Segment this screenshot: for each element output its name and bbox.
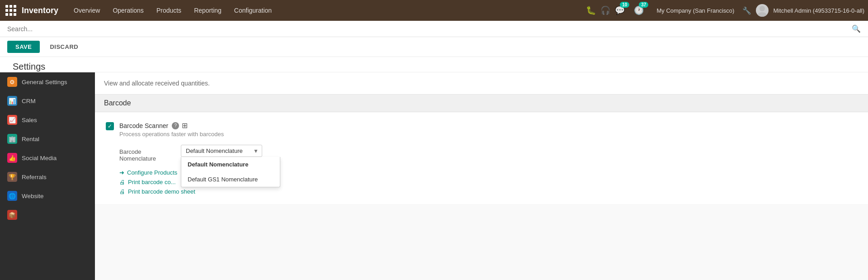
gear-icon: ⚙ bbox=[7, 77, 17, 87]
barcode-scanner-label: Barcode Scanner bbox=[119, 122, 168, 129]
help-icon[interactable]: ? bbox=[172, 122, 179, 129]
referrals-icon: 🏆 bbox=[7, 172, 17, 182]
barcode-icons: ? ⊞ bbox=[172, 121, 188, 130]
company-name[interactable]: My Company (San Francisco) bbox=[656, 7, 734, 14]
sidebar-item-label: General Settings bbox=[22, 79, 67, 85]
app-brand: Inventory bbox=[22, 6, 58, 15]
activities-icon-button[interactable]: 🕐 37 bbox=[634, 5, 644, 15]
print-barcode-demo-link[interactable]: 🖨 Print barcode demo sheet bbox=[119, 188, 857, 195]
nomenclature-option-gs1[interactable]: Default GS1 Nomenclature bbox=[181, 172, 280, 187]
avatar[interactable] bbox=[756, 4, 769, 17]
barcode-section: ✓ Barcode Scanner ? ⊞ Process operations… bbox=[95, 112, 868, 204]
barcode-section-header: Barcode bbox=[95, 95, 868, 112]
user-name: Mitchell Admin (49533715-16-0-all) bbox=[773, 7, 864, 14]
sidebar-item-crm[interactable]: 📊 CRM bbox=[0, 91, 95, 110]
nomenclature-dropdown-wrapper: Default Nomenclature ▼ Default Nomenclat… bbox=[181, 145, 262, 157]
nav-overview[interactable]: Overview bbox=[67, 0, 106, 21]
support-icon-button[interactable]: 🎧 bbox=[600, 5, 610, 15]
received-section: View and allocate received quantities. bbox=[95, 72, 868, 95]
sidebar-item-social-media[interactable]: 👍 Social Media bbox=[0, 148, 95, 167]
nomenclature-label: BarcodeNomenclature bbox=[119, 145, 174, 162]
barcode-grid-icon: ⊞ bbox=[182, 121, 188, 130]
activities-badge: 37 bbox=[639, 2, 648, 8]
sidebar-item-label: Sales bbox=[22, 117, 37, 123]
top-nav: Inventory Overview Operations Products R… bbox=[0, 0, 868, 21]
rental-icon: 🏢 bbox=[7, 134, 17, 144]
configure-products-text: Configure Products bbox=[127, 169, 177, 176]
sidebar-item-label: Website bbox=[22, 193, 44, 199]
print-barcode-demo-text: Print barcode demo sheet bbox=[128, 188, 195, 195]
nomenclature-selected-value: Default Nomenclature bbox=[186, 147, 243, 154]
crm-icon: 📊 bbox=[7, 96, 17, 106]
nav-links: Overview Operations Products Reporting C… bbox=[67, 0, 586, 21]
print-icon-2: 🖨 bbox=[119, 188, 125, 195]
sidebar: ⚙ General Settings 📊 CRM 📈 Sales 🏢 Renta… bbox=[0, 72, 95, 280]
nav-configuration[interactable]: Configuration bbox=[228, 0, 278, 21]
bug-icon-button[interactable]: 🐛 bbox=[586, 5, 596, 15]
checkmark-icon: ✓ bbox=[108, 123, 112, 129]
print-icon-1: 🖨 bbox=[119, 179, 125, 185]
dropdown-arrow-icon: ▼ bbox=[253, 148, 259, 154]
svg-point-1 bbox=[758, 12, 767, 17]
section-title: Barcode bbox=[104, 99, 131, 107]
content-area: View and allocate received quantities. B… bbox=[95, 72, 868, 280]
nav-products[interactable]: Products bbox=[150, 0, 188, 21]
nomenclature-dropdown-menu: Default Nomenclature Default GS1 Nomencl… bbox=[181, 157, 280, 187]
nomenclature-row: BarcodeNomenclature Default Nomenclature… bbox=[119, 145, 857, 162]
barcode-scanner-row: ✓ Barcode Scanner ? ⊞ Process operations… bbox=[106, 121, 857, 138]
apps-menu-button[interactable] bbox=[4, 3, 18, 18]
sidebar-item-label: Referrals bbox=[22, 174, 47, 180]
search-bar-area: 🔍 bbox=[0, 21, 868, 37]
website-icon: 🌐 bbox=[7, 191, 17, 201]
search-icon[interactable]: 🔍 bbox=[852, 24, 861, 33]
nomenclature-dropdown[interactable]: Default Nomenclature ▼ bbox=[181, 145, 262, 157]
wrench-icon[interactable]: 🔧 bbox=[742, 6, 751, 15]
toolbar: SAVE DISCARD bbox=[0, 37, 868, 57]
extra-icon: 📦 bbox=[7, 210, 17, 220]
arrow-icon: ➜ bbox=[119, 169, 124, 176]
sidebar-item-label: CRM bbox=[22, 98, 36, 104]
barcode-scanner-checkbox[interactable]: ✓ bbox=[106, 122, 114, 130]
main-layout: ⚙ General Settings 📊 CRM 📈 Sales 🏢 Renta… bbox=[0, 72, 868, 280]
messages-icon-button[interactable]: 💬 10 bbox=[615, 5, 625, 15]
nav-right: 🐛 🎧 💬 10 🕐 37 My Company (San Francisco)… bbox=[586, 4, 864, 17]
barcode-scanner-desc: Process operations faster with barcodes bbox=[119, 131, 224, 138]
received-text: View and allocate received quantities. bbox=[104, 80, 210, 87]
search-input[interactable] bbox=[7, 25, 852, 33]
sales-icon: 📈 bbox=[7, 115, 17, 125]
sidebar-item-general-settings[interactable]: ⚙ General Settings bbox=[0, 72, 95, 91]
svg-point-0 bbox=[760, 6, 765, 11]
discard-button[interactable]: DISCARD bbox=[43, 41, 85, 53]
nav-operations[interactable]: Operations bbox=[106, 0, 150, 21]
sidebar-item-referrals[interactable]: 🏆 Referrals bbox=[0, 167, 95, 186]
nav-reporting[interactable]: Reporting bbox=[188, 0, 228, 21]
sidebar-item-sales[interactable]: 📈 Sales bbox=[0, 110, 95, 129]
sidebar-item-website[interactable]: 🌐 Website bbox=[0, 186, 95, 205]
sidebar-item-label: Rental bbox=[22, 136, 39, 142]
sidebar-item-label: Social Media bbox=[22, 155, 57, 161]
social-icon: 👍 bbox=[7, 153, 17, 163]
messages-badge: 10 bbox=[620, 2, 629, 8]
sidebar-item-extra[interactable]: 📦 bbox=[0, 205, 95, 224]
sidebar-item-rental[interactable]: 🏢 Rental bbox=[0, 129, 95, 148]
save-button[interactable]: SAVE bbox=[7, 41, 40, 53]
page-title: Settings bbox=[13, 62, 45, 71]
print-barcode-text: Print barcode co... bbox=[128, 179, 176, 185]
nomenclature-option-default[interactable]: Default Nomenclature bbox=[181, 157, 280, 172]
